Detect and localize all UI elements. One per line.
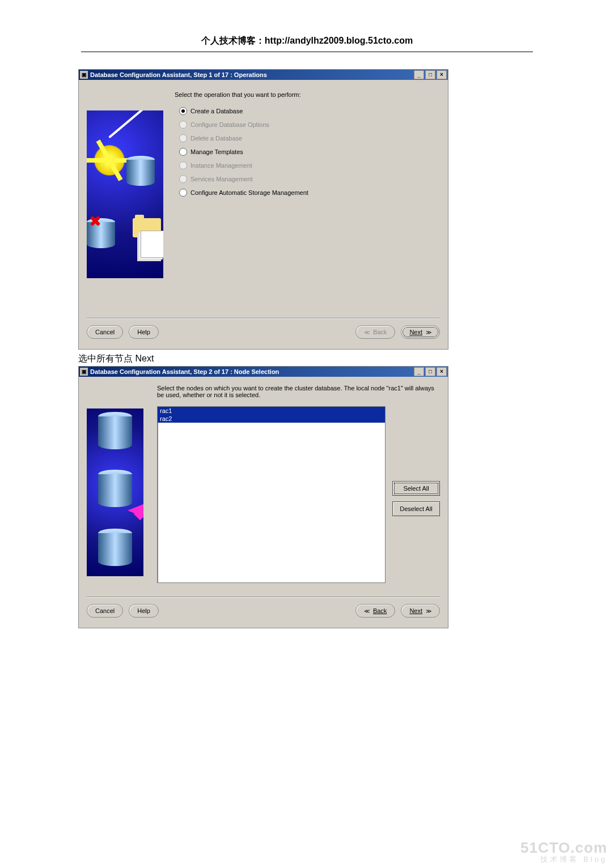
minimize-button[interactable]: _: [414, 367, 424, 376]
cancel-button[interactable]: Cancel: [87, 325, 123, 339]
back-label: Back: [373, 329, 387, 335]
wand-icon: [108, 110, 145, 138]
caption-select-all-nodes: 选中所有节点 Next: [78, 353, 614, 365]
option-delete-database: Delete a Database: [179, 134, 440, 142]
radio-icon: [179, 189, 187, 197]
back-arrow-icon: ≪: [364, 329, 370, 335]
back-button[interactable]: ≪ Back: [355, 604, 395, 618]
star-icon: [92, 143, 126, 177]
option-create-database[interactable]: Create a Database: [179, 107, 440, 115]
maximize-button[interactable]: □: [425, 70, 435, 79]
radio-icon: [179, 134, 187, 142]
option-label: Services Management: [190, 176, 252, 182]
option-instance-management: Instance Management: [179, 161, 440, 169]
select-all-button[interactable]: Select All: [392, 481, 440, 496]
back-button: ≪ Back: [355, 325, 395, 339]
pages-icon: [141, 231, 163, 258]
radio-icon: [179, 107, 187, 115]
help-button[interactable]: Help: [129, 604, 159, 618]
radio-icon: [179, 175, 187, 183]
page-header: 个人技术博客：http://andylhz2009.blog.51cto.com: [0, 0, 614, 50]
next-label: Next: [409, 329, 422, 335]
option-label: Instance Management: [190, 162, 252, 169]
delete-x-icon: [89, 215, 101, 227]
window-title: Database Configuration Assistant, Step 1…: [90, 71, 414, 78]
list-item[interactable]: rac1: [158, 407, 385, 415]
cylinder-icon: [126, 156, 155, 190]
instruction-text: Select the operation that you want to pe…: [175, 91, 440, 98]
close-button[interactable]: ×: [437, 367, 447, 376]
option-configure-asm[interactable]: Configure Automatic Storage Management: [179, 189, 440, 197]
arrow-icon: [128, 504, 143, 517]
titlebar: ▣ Database Configuration Assistant, Step…: [79, 70, 448, 80]
next-arrow-icon: ≫: [426, 329, 431, 335]
node-listbox[interactable]: rac1 rac2: [157, 406, 386, 583]
option-label: Delete a Database: [190, 135, 242, 142]
cylinder-icon: [98, 412, 132, 454]
option-label: Create a Database: [190, 108, 243, 114]
back-label: Back: [373, 607, 387, 614]
deselect-all-button[interactable]: Deselect All: [392, 501, 440, 516]
wizard-graphic: ✔ ✔: [87, 110, 163, 278]
dca-dialog-step2: ▣ Database Configuration Assistant, Step…: [78, 366, 448, 628]
dca-dialog-step1: ▣ Database Configuration Assistant, Step…: [78, 69, 448, 350]
option-label: Manage Templates: [190, 148, 243, 155]
list-item[interactable]: rac2: [158, 415, 385, 423]
option-configure-database: Configure Database Options: [179, 121, 440, 129]
close-button[interactable]: ×: [437, 70, 447, 79]
option-manage-templates[interactable]: Manage Templates: [179, 148, 440, 156]
back-arrow-icon: ≪: [364, 608, 370, 614]
radio-icon: [179, 148, 187, 156]
radio-icon: [179, 121, 187, 129]
page-header-underline: [81, 52, 533, 52]
maximize-button[interactable]: □: [425, 367, 435, 376]
instruction-text: Select the nodes on which you want to cr…: [157, 385, 440, 398]
help-button[interactable]: Help: [129, 325, 159, 339]
option-services-management: Services Management: [179, 175, 440, 183]
cylinder-icon: [98, 470, 132, 512]
window-title: Database Configuration Assistant, Step 2…: [90, 368, 414, 375]
app-icon: ▣: [80, 71, 88, 79]
app-icon: ▣: [80, 368, 88, 376]
cancel-button[interactable]: Cancel: [87, 604, 123, 618]
option-label: Configure Automatic Storage Management: [190, 189, 308, 196]
cylinder-icon: [98, 529, 132, 571]
next-button[interactable]: Next ≫: [401, 604, 440, 618]
radio-icon: [179, 161, 187, 169]
minimize-button[interactable]: _: [414, 70, 424, 79]
next-button[interactable]: Next ≫: [401, 325, 440, 339]
option-label: Configure Database Options: [190, 121, 269, 128]
next-label: Next: [409, 607, 422, 614]
next-arrow-icon: ≫: [426, 608, 431, 614]
wizard-graphic: [87, 409, 143, 576]
titlebar: ▣ Database Configuration Assistant, Step…: [79, 367, 448, 377]
